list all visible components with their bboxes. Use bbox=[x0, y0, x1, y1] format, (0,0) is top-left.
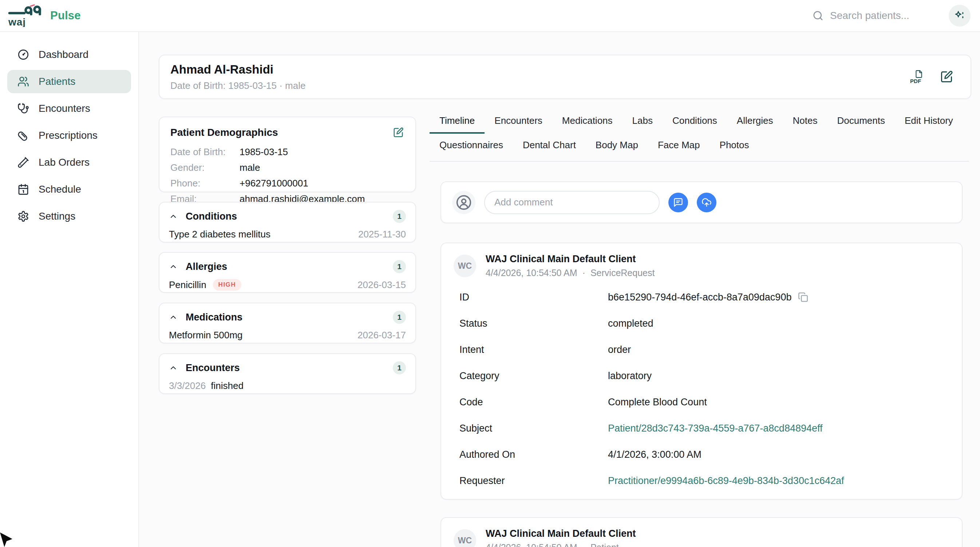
conditions-header: Conditions 1 bbox=[169, 210, 406, 223]
allergies-title: Allergies bbox=[186, 261, 227, 273]
waj-logo: waj bbox=[8, 4, 45, 27]
field-row-status: Status completed bbox=[453, 310, 950, 336]
allergies-count-badge: 1 bbox=[393, 260, 406, 273]
demographics-row: Gender: male bbox=[170, 161, 404, 174]
field-label: Intent bbox=[460, 344, 608, 356]
collapse-conditions-button[interactable] bbox=[169, 212, 178, 221]
entry-timestamp: 4/4/2026, 10:54:50 AM bbox=[486, 268, 578, 278]
medications-title: Medications bbox=[186, 312, 242, 323]
tab-conditions[interactable]: Conditions bbox=[663, 115, 727, 134]
collapse-allergies-button[interactable] bbox=[169, 262, 178, 271]
sidebar-item-settings[interactable]: Settings bbox=[7, 205, 131, 228]
timeline-entry-patient: WC WAJ Clinical Main Default Client 4/4/… bbox=[441, 517, 963, 547]
tab-dental-chart[interactable]: Dental Chart bbox=[513, 139, 586, 161]
severity-badge: HIGH bbox=[213, 279, 242, 290]
sidebar-item-label: Settings bbox=[38, 211, 75, 222]
user-circle-icon bbox=[456, 195, 472, 211]
tab-encounters[interactable]: Encounters bbox=[485, 115, 552, 134]
search-box[interactable] bbox=[813, 10, 939, 21]
tab-edit-history[interactable]: Edit History bbox=[895, 115, 963, 134]
patient-header-card: Ahmad Al-Rashidi Date of Birth: 1985-03-… bbox=[159, 55, 971, 99]
tab-body-map[interactable]: Body Map bbox=[586, 139, 648, 161]
condition-name: Type 2 diabetes mellitus bbox=[169, 229, 270, 240]
encounters-title: Encounters bbox=[186, 362, 240, 374]
condition-item[interactable]: Type 2 diabetes mellitus 2025-11-30 bbox=[169, 229, 406, 240]
demographics-row: Date of Birth: 1985-03-15 bbox=[170, 146, 404, 158]
stethoscope-icon bbox=[18, 103, 29, 114]
edit-demographics-button[interactable] bbox=[393, 127, 404, 139]
medication-item[interactable]: Metformin 500mg 2026-03-17 bbox=[169, 330, 406, 341]
upload-cloud-icon bbox=[702, 198, 712, 207]
sidebar-item-patients[interactable]: Patients bbox=[7, 70, 131, 93]
field-label: Authored On bbox=[460, 449, 608, 460]
chevron-up-icon bbox=[169, 313, 178, 322]
field-value: 1985-03-15 bbox=[240, 146, 288, 158]
sidebar-item-lab-orders[interactable]: Lab Orders bbox=[7, 151, 131, 174]
edit-icon bbox=[393, 127, 404, 138]
ai-assistant-button[interactable] bbox=[949, 5, 970, 27]
allergy-item[interactable]: Penicillin HIGH 2026-03-15 bbox=[169, 279, 406, 290]
avatar: WC bbox=[453, 529, 476, 547]
brand[interactable]: waj Pulse bbox=[0, 4, 81, 27]
sidebar-item-label: Patients bbox=[38, 76, 75, 88]
topbar-right bbox=[813, 5, 980, 27]
entry-header-text: WAJ Clinical Main Default Client 4/4/202… bbox=[486, 254, 655, 278]
entry-meta: 4/4/2026, 10:54:50 AM · Patient bbox=[486, 542, 636, 547]
export-pdf-button[interactable]: PDF bbox=[910, 70, 924, 84]
patient-tabs: Timeline Encounters Medications Labs Con… bbox=[430, 115, 969, 162]
tab-allergies[interactable]: Allergies bbox=[727, 115, 783, 134]
entry-author: WAJ Clinical Main Default Client bbox=[486, 254, 655, 265]
tab-notes[interactable]: Notes bbox=[783, 115, 827, 134]
field-label: Status bbox=[460, 318, 608, 329]
chevron-up-icon bbox=[169, 262, 178, 271]
collapse-medications-button[interactable] bbox=[169, 313, 178, 322]
demographics-title: Patient Demographics bbox=[170, 127, 278, 139]
field-label: Date of Birth: bbox=[170, 146, 240, 158]
topbar: waj Pulse bbox=[0, 0, 980, 32]
tab-documents[interactable]: Documents bbox=[827, 115, 895, 134]
main-content: Ahmad Al-Rashidi Date of Birth: 1985-03-… bbox=[139, 32, 980, 547]
field-label: Requester bbox=[460, 475, 608, 486]
requester-reference-link[interactable]: Practitioner/e9994a6b-6c89-4e9b-834b-3d3… bbox=[608, 475, 844, 486]
ai-sparkles-icon bbox=[954, 10, 966, 21]
app-window: waj Pulse D bbox=[0, 0, 980, 547]
search-input[interactable] bbox=[830, 10, 939, 21]
medications-count-badge: 1 bbox=[393, 311, 406, 324]
allergy-date: 2026-03-15 bbox=[358, 279, 406, 290]
tab-labs[interactable]: Labs bbox=[622, 115, 663, 134]
tab-timeline[interactable]: Timeline bbox=[430, 115, 485, 134]
conditions-title: Conditions bbox=[186, 211, 237, 222]
tab-photos[interactable]: Photos bbox=[710, 139, 759, 161]
conditions-card: Conditions 1 Type 2 diabetes mellitus 20… bbox=[159, 202, 416, 242]
copy-id-button[interactable] bbox=[798, 292, 809, 303]
subject-reference-link[interactable]: Patient/28d3c743-739a-4559-a767-a8cd8489… bbox=[608, 423, 823, 434]
conditions-count-badge: 1 bbox=[393, 210, 406, 223]
comment-bubble-icon bbox=[673, 198, 683, 207]
tab-medications[interactable]: Medications bbox=[552, 115, 622, 134]
mouse-cursor bbox=[0, 532, 15, 547]
comment-composer-card bbox=[441, 181, 963, 223]
field-value: 4/1/2026, 3:00:00 AM bbox=[608, 449, 702, 460]
patient-name: Ahmad Al-Rashidi bbox=[170, 63, 305, 77]
field-label: ID bbox=[460, 292, 608, 303]
tab-face-map[interactable]: Face Map bbox=[648, 139, 710, 161]
medications-header: Medications 1 bbox=[169, 311, 406, 324]
entry-meta: 4/4/2026, 10:54:50 AM · ServiceRequest bbox=[486, 268, 655, 278]
collapse-encounters-button[interactable] bbox=[169, 364, 178, 372]
field-row-intent: Intent order bbox=[453, 336, 950, 363]
encounter-item[interactable]: 3/3/2026 finished bbox=[169, 380, 406, 391]
encounter-date: 3/3/2026 bbox=[169, 380, 206, 391]
sidebar-item-encounters[interactable]: Encounters bbox=[7, 97, 131, 120]
sidebar-item-label: Prescriptions bbox=[38, 130, 97, 141]
sidebar-item-dashboard[interactable]: Dashboard bbox=[7, 43, 131, 66]
add-comment-input[interactable] bbox=[484, 191, 660, 214]
tab-questionnaires[interactable]: Questionnaires bbox=[430, 139, 513, 161]
entry-timestamp: 4/4/2026, 10:54:50 AM bbox=[486, 542, 578, 547]
edit-patient-button[interactable] bbox=[940, 70, 954, 84]
submit-comment-button[interactable] bbox=[668, 193, 688, 212]
demographics-card: Patient Demographics Date of Birth: 1985… bbox=[159, 116, 416, 192]
sidebar-item-schedule[interactable]: Schedule bbox=[7, 178, 131, 201]
upload-attachment-button[interactable] bbox=[697, 193, 716, 212]
sidebar-item-prescriptions[interactable]: Prescriptions bbox=[7, 124, 131, 147]
field-label: Subject bbox=[460, 423, 608, 434]
